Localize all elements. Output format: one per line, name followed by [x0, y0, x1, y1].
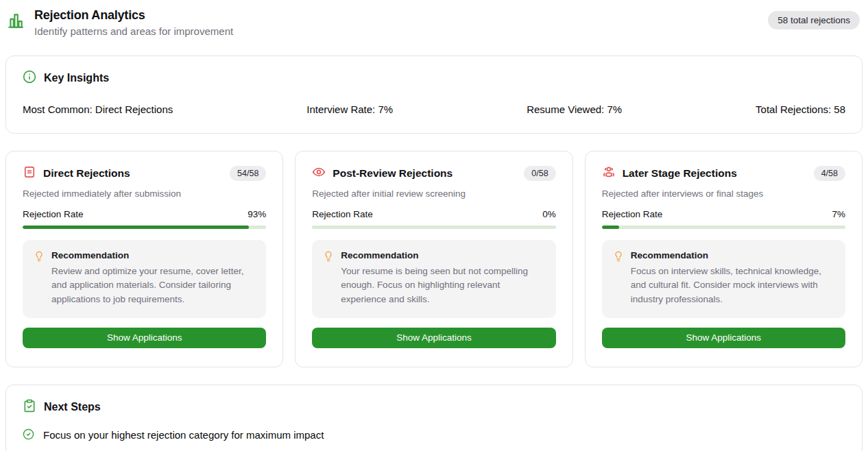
recommendation-text: Your resume is being seen but not compel… [341, 265, 544, 306]
key-insights-card: Key Insights Most Common: Direct Rejecti… [5, 56, 863, 134]
show-applications-button[interactable]: Show Applications [602, 328, 845, 348]
rejection-rate-progressbar [312, 226, 555, 229]
stat-resume-viewed: Resume Viewed: 7% [527, 103, 622, 115]
later-stage-rejections-card: Later Stage Rejections 4/58 Rejected aft… [585, 151, 863, 367]
next-steps-list: Focus on your highest rejection category… [23, 428, 845, 451]
card-subtitle: Rejected immediately after submission [23, 188, 266, 199]
rate-label: Rejection Rate [312, 209, 373, 219]
insights-stats-row: Most Common: Direct Rejections Interview… [23, 103, 845, 115]
recommendation-box: Recommendation Review and optimize your … [23, 240, 266, 318]
rate-label: Rejection Rate [602, 209, 663, 219]
stat-total-rejections: Total Rejections: 58 [756, 103, 845, 115]
recommendation-title: Recommendation [51, 250, 255, 260]
lightbulb-icon [323, 251, 334, 265]
rejection-rate-progressbar [23, 226, 266, 229]
show-applications-button[interactable]: Show Applications [312, 328, 555, 348]
card-subtitle: Rejected after initial review screening [312, 188, 555, 199]
stat-interview-rate: Interview Rate: 7% [306, 103, 393, 115]
recommendation-title: Recommendation [631, 250, 834, 260]
next-step-item: Focus on your highest rejection category… [23, 428, 845, 442]
count-badge: 0/58 [524, 166, 555, 181]
lightbulb-icon [613, 251, 624, 265]
bar-chart-icon [7, 12, 25, 32]
document-lines-icon [23, 165, 36, 182]
card-title: Post-Review Rejections [333, 167, 517, 180]
card-title: Direct Rejections [43, 167, 223, 180]
rate-value: 0% [542, 209, 556, 219]
next-step-text: Focus on your highest rejection category… [43, 429, 324, 441]
count-badge: 54/58 [230, 166, 266, 181]
recommendation-title: Recommendation [341, 250, 544, 260]
category-cards-row: Direct Rejections 54/58 Rejected immedia… [5, 151, 863, 367]
recommendation-box: Recommendation Focus on interview skills… [602, 240, 845, 318]
recommendation-text: Review and optimize your resume, cover l… [51, 265, 255, 306]
card-title: Later Stage Rejections [623, 167, 807, 180]
recommendation-text: Focus on interview skills, technical kno… [631, 265, 834, 306]
users-icon [602, 165, 616, 182]
rejection-rate-progressbar [602, 226, 845, 229]
eye-icon [312, 165, 326, 182]
page-subtitle: Identify patterns and areas for improvem… [34, 25, 233, 37]
next-steps-title: Next Steps [44, 401, 101, 413]
count-badge: 4/58 [814, 166, 845, 181]
rate-value: 93% [248, 209, 266, 219]
check-circle-icon [23, 428, 34, 442]
info-icon [23, 70, 36, 86]
page-header: Rejection Analytics Identify patterns an… [5, 7, 863, 37]
rate-value: 7% [832, 209, 845, 219]
direct-rejections-card: Direct Rejections 54/58 Rejected immedia… [5, 151, 283, 367]
total-rejections-badge: 58 total rejections [768, 11, 860, 29]
key-insights-title: Key Insights [44, 72, 109, 84]
stat-most-common: Most Common: Direct Rejections [23, 103, 173, 115]
show-applications-button[interactable]: Show Applications [23, 328, 266, 348]
post-review-rejections-card: Post-Review Rejections 0/58 Rejected aft… [295, 151, 572, 367]
clipboard-check-icon [23, 399, 36, 415]
rejection-analytics-page: Rejection Analytics Identify patterns an… [0, 0, 868, 451]
lightbulb-icon [34, 251, 45, 265]
next-steps-card: Next Steps Focus on your highest rejecti… [5, 385, 863, 451]
rate-label: Rejection Rate [23, 209, 84, 219]
recommendation-box: Recommendation Your resume is being seen… [312, 240, 555, 318]
card-subtitle: Rejected after interviews or final stage… [602, 188, 845, 199]
page-title: Rejection Analytics [34, 8, 233, 23]
